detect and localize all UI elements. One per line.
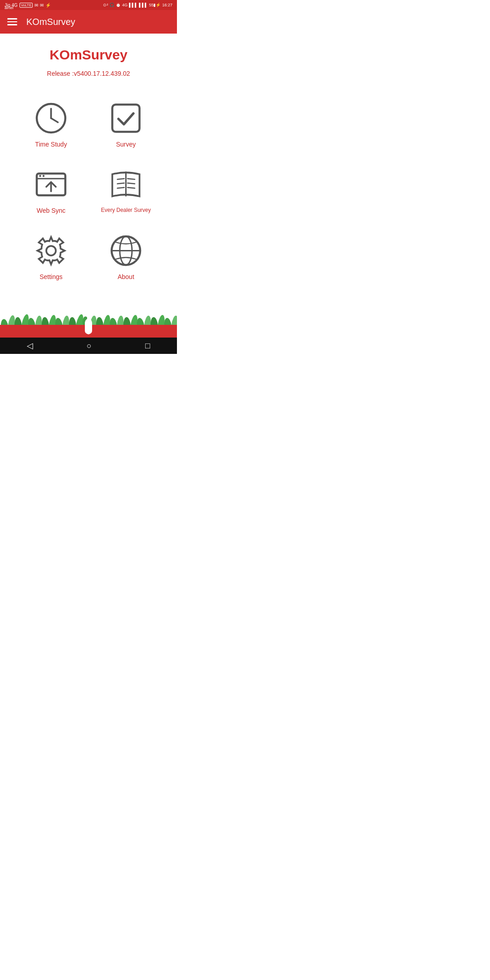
every-dealer-survey-icon [108,166,144,202]
usb-icon: ⚡ [45,3,51,8]
svg-line-12 [118,187,124,188]
hamburger-line-1 [7,18,17,20]
svg-rect-3 [113,104,140,132]
alarm-icon: ⏰ [116,3,121,7]
status-right: ⊙² 🎧 ⏰ 4G ▌▌▌ ▌▌▌ 55▮⚡ 16:27 [103,3,172,7]
hamburger-line-3 [7,24,17,25]
app-title: KOmSurvey [49,47,127,63]
web-sync-icon [33,166,69,202]
every-dealer-survey-button[interactable]: Every Dealer Survey [88,157,163,223]
network2-icon: 4G [122,3,127,7]
svg-point-6 [39,175,41,177]
svg-line-13 [127,178,135,179]
svg-line-15 [127,187,135,188]
web-sync-button[interactable]: Web Sync [14,157,88,223]
coca-cola-bottle-icon [83,315,93,335]
survey-label: Survey [116,141,136,148]
nav-bar: ◁ ○ □ [0,338,177,354]
about-label: About [118,273,134,280]
time-study-button[interactable]: Time Study [14,91,88,157]
survey-button[interactable]: Survey [88,91,163,157]
hamburger-line-2 [7,21,17,23]
battery-label: 55▮⚡ [149,3,161,7]
gmail2-icon: ✉ [40,3,44,8]
every-dealer-survey-label: Every Dealer Survey [101,207,151,213]
svg-rect-46 [87,315,90,317]
app-header: KOmSurvey [0,10,177,34]
menu-grid: Time Study Survey [9,91,168,289]
time-label: 16:27 [162,3,172,7]
release-text: Release :v5400.17.12.439.02 [47,70,130,77]
status-left: Jio 4G VoLTE ✉ ✉ ⚡ airtel [5,3,53,8]
settings-icon [33,232,69,269]
about-button[interactable]: About [88,223,163,289]
headphone-icon: 🎧 [109,3,114,7]
home-button[interactable]: ○ [87,341,92,351]
settings-label: Settings [39,273,63,280]
settings-button[interactable]: Settings [14,223,88,289]
hamburger-button[interactable] [7,18,17,25]
volte-badge: VoLTE [20,3,33,8]
cast-icon: ⊙² [103,3,108,7]
svg-line-10 [118,178,124,179]
svg-line-2 [51,118,58,122]
main-content: KOmSurvey Release :v5400.17.12.439.02 Ti… [0,34,177,299]
signal-icon: ▌▌▌ [129,3,137,7]
white-card: KOmSurvey Release :v5400.17.12.439.02 Ti… [0,34,177,299]
bottom-area [0,301,177,338]
signal2-icon: ▌▌▌ [139,3,147,7]
back-button[interactable]: ◁ [27,341,33,351]
time-study-label: Time Study [35,141,67,148]
status-bar: Jio 4G VoLTE ✉ ✉ ⚡ airtel ⊙² 🎧 ⏰ 4G ▌▌▌ … [0,0,177,10]
svg-line-11 [118,183,124,184]
gmail-icon: ✉ [34,3,38,8]
network-label: airtel [5,5,14,10]
svg-point-16 [46,246,56,255]
survey-icon [108,100,144,136]
svg-line-14 [127,183,135,184]
brand-strip [0,325,177,338]
recent-apps-button[interactable]: □ [145,341,150,351]
header-title: KOmSurvey [26,17,75,27]
web-sync-label: Web Sync [37,207,66,214]
time-study-icon [33,100,69,136]
about-icon [108,232,144,269]
svg-point-7 [43,175,45,177]
